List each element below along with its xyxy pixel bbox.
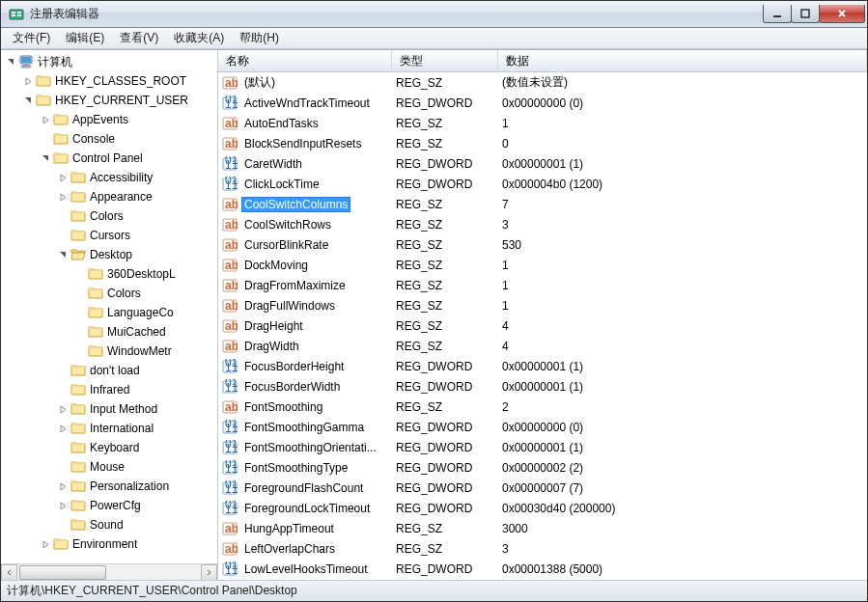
list-row[interactable]: ab(默认)REG_SZ(数值未设置) — [218, 72, 867, 93]
titlebar[interactable]: 注册表编辑器 — [1, 1, 867, 28]
tree-item[interactable]: WindowMetr — [1, 342, 217, 361]
tree-item[interactable]: Accessibility — [1, 168, 217, 187]
list-row[interactable]: abLeftOverlapCharsREG_SZ3 — [218, 538, 867, 559]
menu-file[interactable]: 文件(F) — [5, 28, 58, 48]
list-row[interactable]: abHungAppTimeoutREG_SZ3000 — [218, 518, 867, 538]
binary-value-icon: 011110 — [222, 440, 238, 455]
list-row[interactable]: 011110ForegroundLockTimeoutREG_DWORD0x00… — [218, 498, 867, 518]
menu-help[interactable]: 帮助(H) — [232, 28, 287, 48]
tree-item[interactable]: Keyboard — [1, 438, 217, 457]
tree-item[interactable]: Cursors — [1, 226, 217, 245]
tree-item-label: Infrared — [90, 383, 129, 397]
folder-icon — [70, 228, 86, 243]
content-area: 计算机HKEY_CLASSES_ROOTHKEY_CURRENT_USERApp… — [1, 49, 867, 580]
svg-text:110: 110 — [225, 482, 238, 496]
value-name: DockMoving — [241, 258, 311, 273]
tree-item[interactable]: PowerCfg — [1, 496, 217, 515]
column-type[interactable]: 类型 — [392, 50, 498, 71]
tree-item[interactable]: Desktop — [1, 245, 217, 264]
svg-text:ab: ab — [225, 117, 238, 130]
tree-item[interactable]: Mouse — [1, 457, 217, 477]
list-row[interactable]: abCursorBlinkRateREG_SZ530 — [218, 234, 867, 255]
tree-item[interactable]: Input Method — [1, 399, 217, 419]
tree-view[interactable]: 计算机HKEY_CLASSES_ROOTHKEY_CURRENT_USERApp… — [1, 50, 217, 563]
minimize-button[interactable] — [763, 5, 792, 23]
expand-icon[interactable] — [22, 75, 34, 87]
column-data[interactable]: 数据 — [498, 50, 867, 71]
collapse-icon[interactable] — [57, 249, 69, 260]
tree-item[interactable]: Infrared — [1, 380, 217, 399]
scroll-track[interactable] — [17, 564, 201, 581]
tree-item[interactable]: Console — [1, 129, 217, 149]
tree-item[interactable]: Sound — [1, 515, 217, 534]
list-view[interactable]: ab(默认)REG_SZ(数值未设置)011110ActiveWndTrackT… — [218, 72, 867, 580]
expand-icon[interactable] — [40, 538, 51, 550]
folder-icon — [36, 73, 51, 89]
value-type: REG_DWORD — [392, 380, 498, 394]
list-row[interactable]: 011110LowLevelHooksTimeoutREG_DWORD0x000… — [218, 559, 867, 579]
list-row[interactable]: abFontSmoothingREG_SZ2 — [218, 397, 867, 417]
list-row[interactable]: abDragHeightREG_SZ4 — [218, 315, 867, 336]
tree-item[interactable]: Colors — [1, 284, 217, 303]
list-row[interactable]: 011110FontSmoothingOrientati...REG_DWORD… — [218, 437, 867, 457]
list-row[interactable]: abCoolSwitchColumnsREG_SZ7 — [218, 194, 867, 214]
list-row[interactable]: 011110FontSmoothingTypeREG_DWORD0x000000… — [218, 457, 867, 478]
list-row[interactable]: 011110CaretWidthREG_DWORD0x00000001 (1) — [218, 153, 867, 174]
menu-edit[interactable]: 编辑(E) — [58, 28, 112, 48]
string-value-icon: ab — [222, 298, 238, 314]
list-row[interactable]: abBlockSendInputResetsREG_SZ0 — [218, 133, 867, 153]
list-row[interactable]: 011110ActiveWndTrackTimeoutREG_DWORD0x00… — [218, 93, 867, 113]
string-value-icon: ab — [222, 541, 238, 557]
expand-icon[interactable] — [57, 500, 69, 511]
list-row[interactable]: 011110ClickLockTimeREG_DWORD0x000004b0 (… — [218, 174, 867, 194]
list-row[interactable]: abDragFullWindowsREG_SZ1 — [218, 295, 867, 315]
expand-icon[interactable] — [57, 191, 69, 203]
tree-item[interactable]: don't load — [1, 361, 217, 380]
close-button[interactable] — [819, 5, 865, 23]
tree-item[interactable]: Appearance — [1, 187, 217, 206]
list-row[interactable]: 011110FocusBorderWidthREG_DWORD0x0000000… — [218, 376, 867, 397]
tree-item[interactable]: Control Panel — [1, 149, 217, 168]
tree-item[interactable]: 计算机 — [1, 52, 217, 71]
expand-icon[interactable] — [40, 114, 51, 125]
tree-item[interactable]: HKEY_CLASSES_ROOT — [1, 71, 217, 91]
folder-icon — [70, 498, 86, 513]
list-row[interactable]: abDragFromMaximizeREG_SZ1 — [218, 275, 867, 295]
list-row[interactable]: abAutoEndTasksREG_SZ1 — [218, 113, 867, 133]
list-row[interactable]: 011110ForegroundFlashCountREG_DWORD0x000… — [218, 478, 867, 498]
expand-icon[interactable] — [57, 423, 69, 434]
binary-value-icon: 011110 — [222, 379, 238, 395]
tree-item[interactable]: Personalization — [1, 477, 217, 496]
tree-item[interactable]: International — [1, 419, 217, 438]
expand-icon[interactable] — [57, 403, 69, 415]
collapse-icon[interactable] — [22, 95, 34, 106]
tree-item[interactable]: 360DesktopL — [1, 264, 217, 284]
scroll-thumb[interactable] — [19, 565, 106, 580]
computer-icon — [18, 54, 34, 69]
menu-favorites[interactable]: 收藏夹(A) — [166, 28, 232, 48]
tree-item[interactable]: AppEvents — [1, 110, 217, 129]
expand-icon[interactable] — [57, 480, 69, 492]
expand-icon[interactable] — [57, 172, 69, 183]
tree-item[interactable]: Environment — [1, 534, 217, 554]
list-row[interactable]: abDockMovingREG_SZ1 — [218, 255, 867, 275]
tree-item[interactable]: LanguageCo — [1, 303, 217, 322]
app-icon — [9, 7, 24, 22]
tree-item[interactable]: Colors — [1, 206, 217, 226]
maximize-button[interactable] — [791, 5, 820, 23]
tree-item[interactable]: HKEY_CURRENT_USER — [1, 91, 217, 110]
collapse-icon[interactable] — [40, 152, 51, 164]
tree-pane: 计算机HKEY_CLASSES_ROOTHKEY_CURRENT_USERApp… — [1, 50, 218, 580]
tree-item[interactable]: MuiCached — [1, 322, 217, 342]
list-row[interactable]: abDragWidthREG_SZ4 — [218, 336, 867, 356]
value-type: REG_SZ — [392, 259, 498, 272]
menu-view[interactable]: 查看(V) — [112, 28, 166, 48]
column-name[interactable]: 名称 — [218, 50, 392, 71]
scroll-left-button[interactable] — [1, 564, 17, 581]
list-row[interactable]: abCoolSwitchRowsREG_SZ3 — [218, 214, 867, 234]
scroll-right-button[interactable] — [201, 564, 217, 581]
tree-hscrollbar[interactable] — [1, 563, 217, 580]
list-row[interactable]: 011110FontSmoothingGammaREG_DWORD0x00000… — [218, 417, 867, 437]
list-row[interactable]: 011110FocusBorderHeightREG_DWORD0x000000… — [218, 356, 867, 376]
collapse-icon[interactable] — [5, 56, 16, 68]
